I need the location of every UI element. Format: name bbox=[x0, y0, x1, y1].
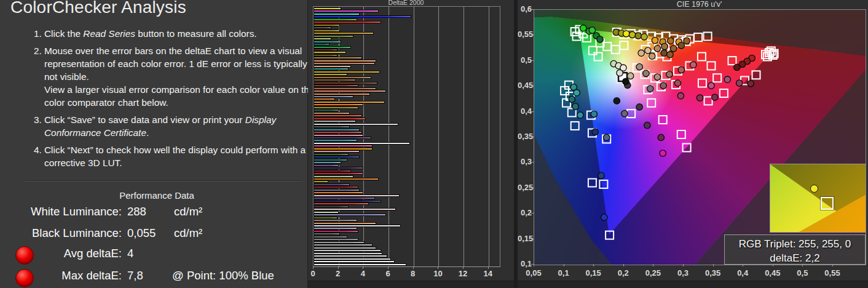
measured-point[interactable] bbox=[674, 80, 681, 86]
deltae-bar[interactable] bbox=[314, 7, 341, 10]
measured-point[interactable] bbox=[736, 80, 743, 86]
deltae-bar[interactable] bbox=[314, 150, 360, 153]
measured-point[interactable] bbox=[658, 134, 664, 140]
measured-point[interactable] bbox=[572, 103, 578, 110]
deltae-bar[interactable] bbox=[314, 206, 349, 208]
deltae-bar[interactable] bbox=[314, 175, 353, 178]
deltae-bar[interactable] bbox=[314, 43, 329, 46]
measured-point[interactable] bbox=[623, 78, 629, 84]
measured-point[interactable] bbox=[623, 31, 629, 37]
target-square[interactable] bbox=[647, 99, 655, 107]
target-square[interactable] bbox=[594, 53, 602, 61]
measured-point[interactable] bbox=[629, 31, 635, 38]
target-square[interactable] bbox=[627, 110, 635, 118]
deltae-bar[interactable] bbox=[314, 82, 377, 84]
deltae-bar[interactable] bbox=[314, 76, 371, 79]
deltae-bar[interactable] bbox=[314, 60, 376, 62]
target-square[interactable] bbox=[659, 116, 667, 124]
measured-point[interactable] bbox=[577, 112, 583, 118]
target-square[interactable] bbox=[720, 89, 728, 97]
deltae-bar[interactable] bbox=[314, 101, 385, 103]
deltae-bar[interactable] bbox=[314, 214, 386, 216]
deltae-bar[interactable] bbox=[314, 161, 341, 164]
measured-point[interactable] bbox=[638, 50, 644, 56]
measured-point[interactable] bbox=[647, 86, 653, 92]
deltae-bar[interactable] bbox=[314, 71, 380, 73]
measured-point[interactable] bbox=[604, 134, 610, 140]
measured-point[interactable] bbox=[712, 94, 718, 100]
deltae-bar[interactable] bbox=[314, 222, 376, 225]
deltae-bar[interactable] bbox=[314, 180, 328, 183]
measured-point[interactable] bbox=[690, 62, 696, 68]
deltae-bar[interactable] bbox=[314, 49, 337, 51]
measured-point[interactable] bbox=[569, 96, 575, 102]
deltae-bar[interactable] bbox=[314, 95, 353, 98]
deltae-bar[interactable] bbox=[314, 139, 357, 142]
deltae-bar[interactable] bbox=[314, 247, 376, 249]
deltae-bar[interactable] bbox=[314, 217, 337, 219]
deltae-bar[interactable] bbox=[314, 32, 374, 34]
deltae-bar[interactable] bbox=[314, 142, 410, 145]
deltae-bar[interactable] bbox=[314, 109, 339, 111]
deltae-bar[interactable] bbox=[314, 236, 347, 238]
measured-point[interactable] bbox=[654, 46, 660, 52]
deltae-bar[interactable] bbox=[314, 87, 376, 90]
deltae-bar[interactable] bbox=[314, 260, 395, 263]
measured-point[interactable] bbox=[661, 50, 667, 56]
deltae-bar[interactable] bbox=[314, 148, 373, 150]
measured-point[interactable] bbox=[684, 38, 690, 44]
deltae-bar[interactable] bbox=[314, 178, 379, 180]
deltae-bar[interactable] bbox=[314, 219, 357, 222]
measured-point[interactable] bbox=[696, 95, 703, 101]
measured-point[interactable] bbox=[621, 110, 628, 116]
deltae-bar[interactable] bbox=[314, 134, 363, 137]
deltae-bar[interactable] bbox=[314, 118, 366, 120]
measured-point[interactable] bbox=[748, 81, 754, 87]
measured-point[interactable] bbox=[643, 70, 649, 76]
measured-point[interactable] bbox=[666, 71, 673, 78]
deltae-bar[interactable] bbox=[314, 202, 369, 205]
deltae-bar[interactable] bbox=[314, 227, 357, 230]
deltae-bar[interactable] bbox=[314, 114, 362, 117]
deltae-bar[interactable] bbox=[314, 183, 350, 186]
measured-point[interactable] bbox=[614, 98, 620, 104]
measured-point[interactable] bbox=[636, 104, 642, 110]
deltae-bar[interactable] bbox=[314, 98, 335, 100]
measured-point[interactable] bbox=[652, 37, 658, 43]
deltae-bar[interactable] bbox=[314, 258, 391, 260]
deltae-bar[interactable] bbox=[314, 244, 373, 246]
deltae-bar[interactable] bbox=[314, 252, 382, 255]
measured-point[interactable] bbox=[636, 63, 642, 70]
measured-point[interactable] bbox=[671, 46, 677, 52]
deltae-bar[interactable] bbox=[314, 79, 356, 81]
deltae-bar[interactable] bbox=[314, 255, 387, 257]
measured-point[interactable] bbox=[660, 150, 666, 156]
deltae-bar[interactable] bbox=[314, 186, 358, 188]
deltae-bar[interactable] bbox=[314, 24, 340, 26]
measured-point[interactable] bbox=[589, 27, 595, 33]
deltae-bar[interactable] bbox=[314, 131, 362, 134]
deltae-bar[interactable] bbox=[314, 54, 337, 57]
measured-point[interactable] bbox=[574, 90, 580, 96]
measured-point[interactable] bbox=[645, 47, 651, 54]
deltae-bar[interactable] bbox=[314, 103, 363, 106]
measured-point[interactable] bbox=[678, 42, 684, 49]
measured-point[interactable] bbox=[601, 214, 607, 220]
target-square[interactable] bbox=[698, 53, 706, 61]
deltae-bar[interactable] bbox=[314, 18, 357, 21]
measured-point[interactable] bbox=[724, 76, 730, 82]
deltae-bar[interactable] bbox=[314, 51, 346, 54]
measured-point[interactable] bbox=[734, 64, 740, 70]
target-square[interactable] bbox=[698, 79, 706, 87]
deltae-bar[interactable] bbox=[314, 93, 370, 95]
deltae-bar[interactable] bbox=[314, 123, 398, 126]
deltae-bar[interactable] bbox=[314, 230, 358, 233]
deltae-bar[interactable] bbox=[314, 26, 331, 29]
measured-point[interactable] bbox=[617, 70, 623, 76]
deltae-bar[interactable] bbox=[314, 238, 358, 241]
target-square[interactable] bbox=[708, 62, 716, 70]
deltae-bar[interactable] bbox=[314, 156, 360, 158]
deltae-bar[interactable] bbox=[314, 170, 351, 172]
deltae-bar[interactable] bbox=[314, 153, 349, 156]
measured-point[interactable] bbox=[660, 82, 666, 89]
